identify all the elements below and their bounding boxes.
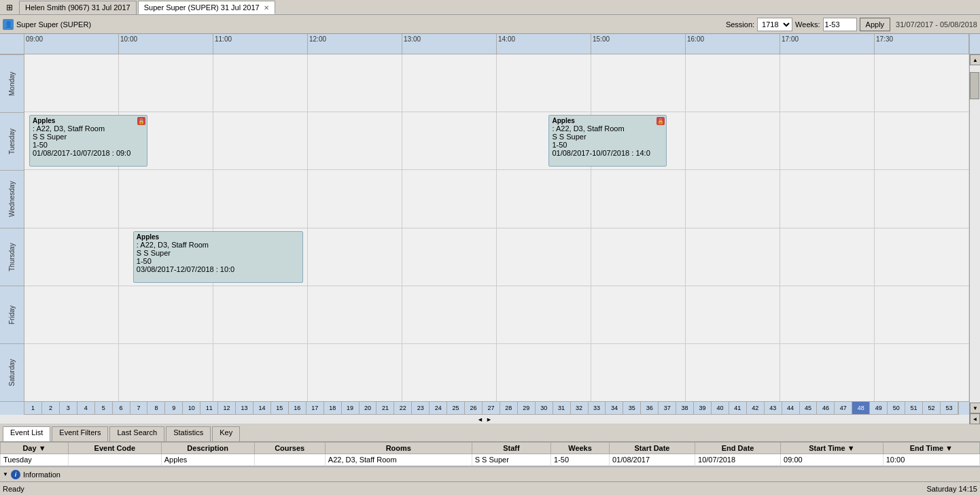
week-cell-18[interactable]: 18 [324,402,342,414]
col-courses[interactable]: Courses [254,443,325,454]
week-cell-43[interactable]: 43 [765,402,782,414]
week-cell-31[interactable]: 31 [553,402,571,414]
week-cell-52[interactable]: 52 [923,402,941,414]
week-cell-46[interactable]: 46 [817,402,835,414]
week-cell-25[interactable]: 25 [447,402,465,414]
tab-event-list[interactable]: Event List [3,426,50,441]
week-cell-42[interactable]: 42 [747,402,765,414]
tab-2-close[interactable]: ✕ [264,4,269,12]
col-end-date[interactable]: End Date [695,443,781,454]
week-cell-35[interactable]: 35 [623,402,641,414]
col-start-time[interactable]: Start Time ▼ [781,443,883,454]
week-cell-12[interactable]: 12 [218,402,236,414]
event-apples-1[interactable]: 🔒 Apples : A22, D3, Staff Room S S Super… [29,115,147,167]
week-cell-37[interactable]: 37 [659,402,676,414]
week-cell-49[interactable]: 49 [870,402,888,414]
nav-left-icon[interactable]: ◄ [477,416,483,423]
scroll-track[interactable] [970,65,980,403]
event-dates-3: 03/08/2017-12/07/2018 : 10:0 [137,265,300,273]
scrollbar-top-corner [969,34,980,54]
tab-statistics[interactable]: Statistics [166,426,211,441]
week-cell-24[interactable]: 24 [430,402,447,414]
tab-key[interactable]: Key [212,426,240,441]
event-table: Day ▼ Event Code Description Courses Roo… [0,442,980,466]
week-cell-47[interactable]: 47 [835,402,852,414]
week-cell-40[interactable]: 40 [712,402,729,414]
week-cell-33[interactable]: 33 [589,402,606,414]
week-cell-10[interactable]: 10 [183,402,200,414]
week-cell-41[interactable]: 41 [729,402,747,414]
event-apples-2[interactable]: 🔒 Apples : A22, D3, Staff Room S S Super… [548,115,667,167]
cell-wed-9 [780,170,875,227]
week-cell-15[interactable]: 15 [271,402,289,414]
week-cell-7[interactable]: 7 [130,402,148,414]
week-cell-38[interactable]: 38 [676,402,694,414]
week-cell-23[interactable]: 23 [412,402,430,414]
week-cell-14[interactable]: 14 [253,402,271,414]
week-cell-30[interactable]: 30 [536,402,553,414]
week-cell-16[interactable]: 16 [289,402,307,414]
week-cell-44[interactable]: 44 [782,402,800,414]
toolbar: 👤 Super Super (SUPER) Session: 1718 Week… [0,15,980,34]
info-collapse-icon[interactable]: ▼ [3,471,8,477]
scroll-expand-btn[interactable]: ◄ [970,413,980,424]
week-cell-3[interactable]: 3 [60,402,77,414]
col-staff[interactable]: Staff [472,443,550,454]
cell-weeks: 1-50 [551,454,610,466]
col-weeks[interactable]: Weeks [551,443,610,454]
week-cell-51[interactable]: 51 [905,402,923,414]
week-cell-26[interactable]: 26 [465,402,483,414]
week-cell-8[interactable]: 8 [147,402,165,414]
info-toggle[interactable]: ▼ i Information [3,470,60,479]
col-description[interactable]: Description [161,443,254,454]
apply-button[interactable]: Apply [860,18,891,31]
col-start-date[interactable]: Start Date [609,443,695,454]
scroll-up-btn[interactable]: ▲ [970,54,980,65]
week-cell-22[interactable]: 22 [394,402,412,414]
week-cell-11[interactable]: 11 [200,402,218,414]
session-select[interactable]: 1718 [757,18,792,31]
week-cell-48[interactable]: 48 [852,402,870,414]
week-cell-45[interactable]: 45 [800,402,818,414]
cell-wed-7 [591,170,686,227]
week-cell-36[interactable]: 36 [641,402,659,414]
week-cell-32[interactable]: 32 [571,402,589,414]
week-cell-1[interactable]: 1 [24,402,42,414]
week-cell-4[interactable]: 4 [77,402,95,414]
col-event-code[interactable]: Event Code [68,443,161,454]
week-cell-53[interactable]: 53 [941,402,958,414]
week-cell-5[interactable]: 5 [95,402,113,414]
week-cell-34[interactable]: 34 [606,402,623,414]
scroll-down-btn[interactable]: ▼ [970,403,980,413]
week-cell-6[interactable]: 6 [113,402,130,414]
event-apples-3[interactable]: Apples : A22, D3, Staff Room S S Super 1… [133,231,303,283]
cell-sat-3 [213,344,308,401]
tab-1[interactable]: Helen Smith (9067) 31 Jul 2017 [19,1,137,14]
cell-wed-8 [686,170,780,227]
scroll-thumb[interactable] [970,72,979,99]
tab-event-filters[interactable]: Event Filters [52,426,108,441]
event-weeks-1: 1-50 [33,141,144,149]
week-cell-29[interactable]: 29 [518,402,536,414]
table-row[interactable]: Tuesday Apples A22, D3, Staff Room S S S… [1,454,980,466]
week-cell-39[interactable]: 39 [694,402,712,414]
sort-start-time-icon: ▼ [847,444,855,452]
week-cell-9[interactable]: 9 [165,402,183,414]
tab-2[interactable]: Super Super (SUPER) 31 Jul 2017 ✕ [138,1,275,14]
week-cell-2[interactable]: 2 [42,402,60,414]
week-cell-50[interactable]: 50 [888,402,905,414]
week-cell-19[interactable]: 19 [342,402,360,414]
week-cell-17[interactable]: 17 [307,402,324,414]
tab-last-search[interactable]: Last Search [109,426,164,441]
col-day[interactable]: Day ▼ [1,443,69,454]
col-end-time[interactable]: End Time ▼ [883,443,979,454]
col-rooms[interactable]: Rooms [325,443,472,454]
week-cell-20[interactable]: 20 [360,402,377,414]
week-cell-27[interactable]: 27 [483,402,500,414]
week-cell-21[interactable]: 21 [377,402,394,414]
week-cell-28[interactable]: 28 [500,402,518,414]
vertical-scrollbar[interactable]: ▲ ▼ ◄ [969,54,980,424]
weeks-input[interactable] [823,18,857,31]
nav-right-icon[interactable]: ► [486,416,492,423]
week-cell-13[interactable]: 13 [236,402,253,414]
